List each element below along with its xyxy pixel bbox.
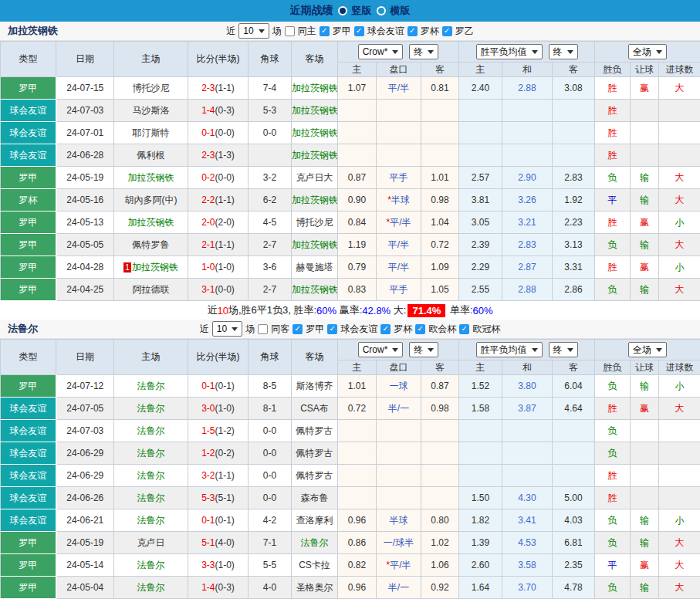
- away-team-name: 圣格奥尔: [296, 582, 333, 593]
- league-checkbox-0[interactable]: ✓: [320, 26, 330, 36]
- result-cell: 平: [595, 554, 631, 577]
- section-header: 加拉茨钢铁近10场同主✓罗甲✓球会友谊✓罗杯✓罗乙: [0, 22, 700, 41]
- handicap-result-cell: 赢: [631, 398, 659, 420]
- chevron-down-icon: [428, 50, 434, 54]
- avg-source-select[interactable]: 胜平负均值: [476, 342, 543, 357]
- home-team-cell: 法鲁尔: [114, 509, 188, 532]
- corners-cell: 4-5: [249, 212, 292, 234]
- home-team-cell: 佩利根: [114, 144, 188, 167]
- away-team-name: 克卢日大: [296, 172, 333, 183]
- league-checkbox-label[interactable]: 罗杯: [421, 25, 439, 38]
- column-header: 日期: [56, 340, 114, 375]
- league-checkbox-3[interactable]: ✓: [442, 26, 452, 36]
- avg-final-select[interactable]: 终: [549, 44, 578, 59]
- league-checkbox-label[interactable]: 罗杯: [394, 323, 412, 336]
- scope-select[interactable]: 全场: [628, 342, 667, 357]
- column-header: 角球: [249, 42, 292, 77]
- match-row: 球会友谊24-07-01耶汀斯特0-1(0-0)0-0加拉茨钢铁胜: [1, 122, 700, 144]
- league-checkbox-2[interactable]: ✓: [380, 324, 391, 334]
- handicap-cell: 平/半: [377, 77, 421, 100]
- avg-source-select[interactable]: 胜平负均值: [476, 44, 543, 59]
- avg-draw-cell: 2.88: [502, 279, 553, 301]
- fulltime-score: 0-1: [201, 127, 215, 138]
- games-label: 场: [272, 25, 282, 38]
- score-cell: 1-5(1-2): [188, 420, 249, 442]
- column-header: 比分(半场): [188, 340, 249, 375]
- away-team-cell: 加拉茨钢铁: [292, 122, 338, 144]
- same-venue-label[interactable]: 同客: [271, 323, 289, 336]
- corners-cell: 4-0: [249, 577, 292, 599]
- odds-final-select[interactable]: 终: [409, 342, 438, 357]
- avg-draw-cell: 4.53: [502, 532, 553, 554]
- handicap-value: 平/半: [388, 239, 409, 250]
- goals-result-cell: 小: [659, 375, 700, 398]
- match-row: 罗甲24-05-13加拉茨钢铁2-0(2-0)4-5博托沙尼0.84*平/半1.…: [1, 212, 700, 234]
- league-checkbox-label[interactable]: 球会友谊: [367, 25, 404, 38]
- avg-draw-cell: 4.30: [502, 487, 553, 509]
- handicap-cell: [377, 144, 421, 167]
- avg-final-select[interactable]: 终: [549, 342, 578, 357]
- same-venue-checkbox[interactable]: [258, 324, 268, 334]
- date-cell: 24-07-05: [56, 398, 114, 420]
- handicap-cell: [377, 465, 421, 487]
- match-row: 球会友谊24-07-03法鲁尔1-5(1-2)0-0佩特罗古负: [1, 420, 700, 442]
- handicap-cell: 半/一: [377, 398, 421, 420]
- league-checkbox-1[interactable]: ✓: [327, 324, 337, 334]
- league-checkbox-4[interactable]: ✓: [459, 324, 469, 334]
- fulltime-score: 2-3: [201, 150, 215, 161]
- result-cell: 负: [595, 532, 631, 554]
- halftime-score: (5-1): [215, 492, 235, 503]
- table-header-row: 类型日期主场比分(半场)角球客场Crow*终胜平负均值终全场: [1, 340, 700, 360]
- corners-cell: 7-1: [249, 532, 292, 554]
- league-checkbox-1[interactable]: ✓: [354, 26, 364, 36]
- odds-source-select[interactable]: Crow*: [358, 44, 404, 59]
- league-cell: 球会友谊: [1, 100, 56, 122]
- league-checkbox-label[interactable]: 罗甲: [306, 323, 324, 336]
- match-count-select[interactable]: 10: [238, 23, 269, 39]
- avg-away-cell: 4.78: [553, 577, 595, 599]
- league-checkbox-label[interactable]: 球会友谊: [340, 323, 377, 336]
- handicap-cell: *平/半: [377, 554, 421, 577]
- handicap-cell: 半/一: [377, 577, 421, 599]
- league-checkbox-label[interactable]: 罗甲: [333, 25, 351, 38]
- scope-select[interactable]: 全场: [628, 44, 667, 59]
- away-team-cell: 加拉茨钢铁: [292, 100, 338, 122]
- home-odds-cell: [338, 420, 377, 442]
- horizontal-layout-label[interactable]: 横版: [391, 4, 411, 18]
- handicap-value: 半/一: [388, 582, 409, 593]
- handicap-cell: 平/半: [377, 234, 421, 256]
- league-checkbox-3[interactable]: ✓: [415, 324, 425, 334]
- chevron-down-icon: [392, 50, 398, 54]
- horizontal-layout-radio[interactable]: [377, 6, 386, 15]
- corners-cell: 8-5: [249, 375, 292, 398]
- subcolumn-header: 盘口: [377, 360, 421, 375]
- league-checkbox-label[interactable]: 欧会杯: [428, 323, 456, 336]
- score-cell: 2-2(1-1): [188, 189, 249, 212]
- home-team-cell: 法鲁尔: [114, 375, 188, 398]
- odds-source-select[interactable]: Crow*: [358, 342, 404, 357]
- handicap-result-cell: [631, 442, 659, 465]
- summary-segment: 60%: [473, 305, 493, 316]
- score-cell: 1-2(0-2): [188, 442, 249, 465]
- league-cell: 罗甲: [1, 375, 56, 398]
- same-venue-label[interactable]: 同主: [298, 25, 316, 38]
- league-checkbox-2[interactable]: ✓: [407, 26, 418, 36]
- league-checkbox-label[interactable]: 罗乙: [455, 25, 474, 38]
- same-venue-checkbox[interactable]: [285, 26, 295, 36]
- league-checkbox-label[interactable]: 欧冠杯: [472, 323, 500, 336]
- match-count-select[interactable]: 10: [212, 321, 242, 337]
- goals-result-cell: 大: [659, 554, 700, 577]
- match-row: 球会友谊24-06-28佩利根2-3(1-3)加拉茨钢铁胜: [1, 144, 700, 167]
- corners-cell: 7-4: [249, 77, 292, 100]
- subcolumn-header: 客: [421, 360, 459, 375]
- league-checkbox-0[interactable]: ✓: [293, 324, 303, 334]
- match-row: 罗甲24-05-19克卢日5-1(4-0)7-1法鲁尔0.86一/球半1.021…: [1, 532, 700, 554]
- vertical-layout-radio[interactable]: [338, 6, 347, 15]
- handicap-result-cell: 赢: [631, 77, 659, 100]
- corners-cell: 6-2: [249, 189, 292, 212]
- avg-away-cell: 2.83: [553, 167, 595, 189]
- halftime-score: (1-1): [215, 239, 235, 250]
- avg-source-select-label: 胜平负均值: [481, 46, 527, 59]
- odds-final-select[interactable]: 终: [409, 44, 438, 59]
- vertical-layout-label[interactable]: 竖版: [352, 4, 372, 18]
